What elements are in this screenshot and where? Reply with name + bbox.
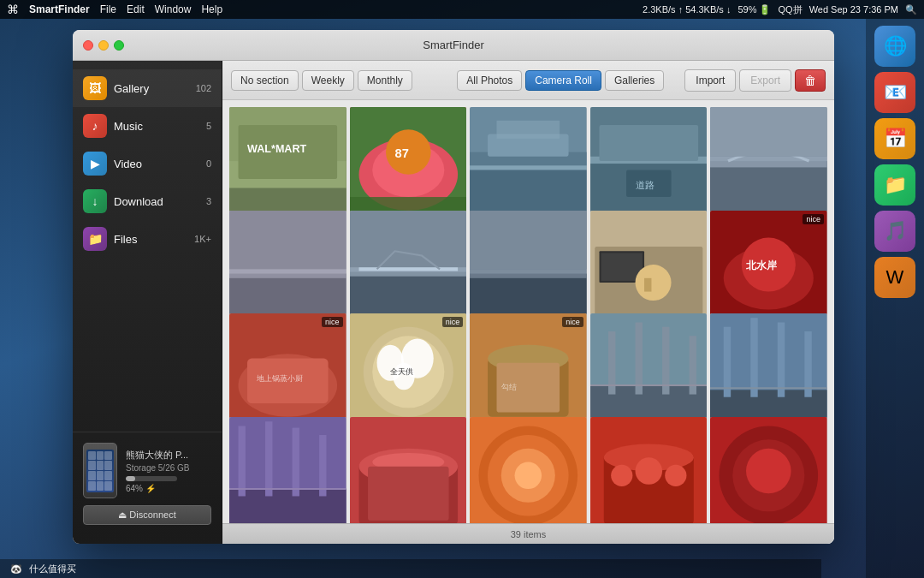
sidebar-label-download: Download <box>114 195 206 208</box>
device-thumbnail <box>83 443 117 498</box>
svg-rect-81 <box>265 421 272 496</box>
nice-badge-12: nice <box>442 317 464 327</box>
svg-point-94 <box>515 462 542 489</box>
sidebar-item-gallery[interactable]: 🖼 Gallery 102 <box>73 69 222 107</box>
delete-button[interactable]: 🗑 <box>795 69 826 92</box>
app-icon-3 <box>104 451 112 461</box>
disconnect-button[interactable]: ⏏ Disconnect <box>83 505 211 525</box>
statusbar: 39 items <box>222 523 834 544</box>
photo-8[interactable] <box>470 211 587 328</box>
svg-rect-83 <box>319 435 326 496</box>
sidebar-count-download: 3 <box>206 196 211 206</box>
sidebar-item-files[interactable]: 📁 Files 1K+ <box>73 220 222 258</box>
tab-no-section[interactable]: No section <box>231 70 299 91</box>
traffic-lights <box>83 40 124 51</box>
tab-all-photos[interactable]: All Photos <box>457 70 522 91</box>
photo-20[interactable] <box>710 417 827 524</box>
photo-6[interactable] <box>229 211 346 328</box>
nice-badge-13: nice <box>562 317 583 327</box>
video-icon: ▶ <box>83 152 107 176</box>
app-icon-10 <box>88 481 96 491</box>
sidebar-count-video: 0 <box>206 158 211 169</box>
svg-rect-89 <box>368 466 449 520</box>
app-icon-8 <box>97 471 104 480</box>
sidebar-count-files: 1K+ <box>194 234 211 244</box>
maximize-button[interactable] <box>114 40 124 51</box>
photo-17[interactable] <box>350 417 467 524</box>
svg-rect-37 <box>470 211 587 269</box>
sidebar-count-music: 5 <box>206 121 211 131</box>
sidebar: 🖼 Gallery 102 ♪ Music 5 ▶ Video 0 ↓ Down… <box>73 61 222 544</box>
menu-file[interactable]: File <box>100 3 116 15</box>
svg-rect-82 <box>293 427 299 496</box>
svg-rect-80 <box>239 426 246 496</box>
dock-icon-6[interactable]: W <box>874 257 915 298</box>
svg-rect-26 <box>710 107 827 157</box>
dock-icon-5[interactable]: 🎵 <box>874 211 915 252</box>
bottom-bar: 🐼 什么值得买 <box>0 559 821 578</box>
bottom-text: 什么值得买 <box>29 563 76 575</box>
menu-window[interactable]: Window <box>155 3 192 15</box>
photo-13[interactable]: 勾结 nice <box>470 313 587 431</box>
sidebar-item-music[interactable]: ♪ Music 5 <box>73 107 222 145</box>
sidebar-item-video[interactable]: ▶ Video 0 <box>73 145 222 182</box>
menu-help[interactable]: Help <box>201 3 222 15</box>
download-icon: ↓ <box>83 189 107 213</box>
right-dock: 🌐 📧 📅 📁 🎵 W <box>866 19 924 578</box>
import-button[interactable]: Import <box>684 69 736 92</box>
sidebar-label-music: Music <box>114 120 206 133</box>
dock-icon-1[interactable]: 🌐 <box>874 26 915 67</box>
photo-18[interactable] <box>470 417 587 524</box>
dock-icon-3[interactable]: 📅 <box>874 118 915 159</box>
svg-rect-19 <box>599 125 698 161</box>
nice-badge-10: nice <box>803 214 824 224</box>
app-icon-6 <box>104 461 112 470</box>
apple-menu[interactable]: ⌘ <box>7 3 19 16</box>
svg-rect-36 <box>470 269 587 278</box>
photo-15[interactable] <box>710 313 827 431</box>
menubar-right: 2.3KB/s ↑ 54.3KB/s ↓ 59% 🔋 QQ拼 Wed Sep 2… <box>643 3 917 16</box>
files-icon: 📁 <box>83 227 107 251</box>
tab-galleries[interactable]: Galleries <box>605 70 664 91</box>
photo-11[interactable]: 地上锅蒸小厨 nice <box>229 313 346 431</box>
photo-3[interactable] <box>470 107 587 224</box>
photo-16[interactable] <box>229 417 346 524</box>
sidebar-label-video: Video <box>114 158 206 170</box>
search-icon[interactable]: 🔍 <box>905 4 917 15</box>
photo-10[interactable]: 北水岸 nice <box>710 211 827 328</box>
sidebar-label-files: Files <box>114 233 194 246</box>
sidebar-item-download[interactable]: ↓ Download 3 <box>73 182 222 220</box>
device-details: 熊猫大侠的 P... Storage 5/26 GB 64% ⚡ <box>126 449 211 493</box>
svg-point-42 <box>635 265 671 301</box>
app-icon-12 <box>104 481 112 491</box>
app-name[interactable]: SmartFinder <box>29 3 90 15</box>
tab-camera-roll[interactable]: Camera Roll <box>525 70 601 91</box>
photo-5[interactable] <box>710 107 827 224</box>
tab-weekly[interactable]: Weekly <box>302 70 354 91</box>
ime-indicator[interactable]: QQ拼 <box>779 3 803 16</box>
photo-14[interactable] <box>590 313 708 431</box>
export-button[interactable]: Export <box>739 69 791 92</box>
photo-12[interactable]: 全天供 nice <box>350 313 467 431</box>
minimize-button[interactable] <box>98 40 109 51</box>
svg-text:勾结: 勾结 <box>501 382 517 391</box>
dock-icon-4[interactable]: 📁 <box>874 164 915 206</box>
tab-monthly[interactable]: Monthly <box>358 70 412 91</box>
app-icon-5 <box>97 461 104 470</box>
sidebar-count-gallery: 102 <box>196 83 211 93</box>
close-button[interactable] <box>83 40 93 51</box>
svg-text:道路: 道路 <box>635 180 654 190</box>
menu-edit[interactable]: Edit <box>127 3 145 15</box>
menubar: ⌘ SmartFinder File Edit Window Help 2.3K… <box>0 0 924 19</box>
toolbar-actions: Import Export 🗑 <box>684 69 826 92</box>
photo-4[interactable]: 道路 <box>590 107 708 224</box>
photo-2[interactable]: 87 <box>350 107 467 224</box>
photo-7[interactable] <box>350 211 467 328</box>
dock-icon-2[interactable]: 📧 <box>874 72 915 113</box>
photo-19[interactable] <box>590 417 708 524</box>
photo-1[interactable]: WAL*MART <box>229 107 346 224</box>
svg-rect-73 <box>724 327 731 397</box>
photo-9[interactable] <box>590 211 708 328</box>
nice-badge-11: nice <box>322 317 343 327</box>
svg-text:地上锅蒸小厨: 地上锅蒸小厨 <box>256 373 303 383</box>
